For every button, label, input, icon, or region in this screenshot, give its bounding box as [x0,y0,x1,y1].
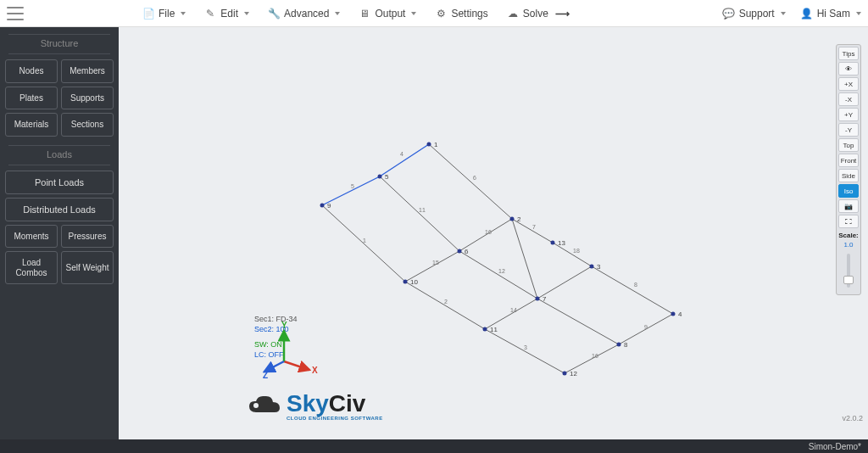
moments-button[interactable]: Moments [5,225,58,249]
user-icon: 👤 [801,8,813,20]
view-minus-y[interactable]: -Y [838,123,859,137]
screenshot-button[interactable]: 📷 [838,199,859,213]
right-tool-panel: Tips 👁 +X -X +Y -Y Top Front Side Iso 📷 … [836,44,861,295]
solve-button[interactable]: ☁Solve⟶ [507,8,570,20]
svg-text:13: 13 [558,239,565,247]
svg-text:X: X [312,366,318,375]
monitor-icon: 🖥 [359,8,370,20]
tips-button[interactable]: Tips [838,47,859,60]
advanced-menu[interactable]: 🔧Advanced [268,8,340,20]
svg-line-23 [322,205,405,282]
user-menu[interactable]: 👤Hi Sam [801,8,861,20]
svg-text:11: 11 [490,326,498,333]
svg-text:11: 11 [419,207,426,213]
distributed-loads-button[interactable]: Distributed Loads [5,198,114,221]
svg-point-47 [536,297,540,301]
svg-point-51 [320,204,325,208]
svg-text:1: 1 [363,238,366,243]
view-plus-x[interactable]: +X [838,77,859,91]
svg-text:15: 15 [432,260,439,266]
svg-text:9: 9 [644,324,648,330]
view-iso[interactable]: Iso [838,184,859,198]
support-menu[interactable]: 💬Support [723,8,786,20]
nodes-button[interactable]: Nodes [5,59,58,83]
load-combos-button[interactable]: Load Combos [5,251,58,284]
left-panel: Structure Nodes Members Plates Supports … [0,27,119,439]
svg-point-67 [253,403,259,408]
svg-line-19 [537,266,592,299]
view-plus-y[interactable]: +Y [838,108,859,121]
view-side[interactable]: Side [838,169,859,182]
svg-point-45 [458,249,462,254]
svg-text:3: 3 [597,263,601,271]
cloud-icon: ☁ [507,8,519,20]
members-button[interactable]: Members [61,59,114,83]
structure-title: Structure [8,35,110,54]
svg-line-2 [380,144,429,176]
pressures-button[interactable]: Pressures [61,225,114,249]
svg-line-33 [565,344,619,373]
status-bar: Simon-Demo* [0,439,868,453]
edit-menu[interactable]: ✎Edit [204,8,249,20]
svg-text:5: 5 [385,173,389,181]
view-minus-x[interactable]: -X [838,92,859,106]
hamburger-menu[interactable] [7,7,24,20]
svg-line-14 [459,219,512,251]
svg-text:2: 2 [517,215,521,223]
svg-text:18: 18 [573,248,580,254]
output-menu[interactable]: 🖥Output [359,8,416,20]
chat-icon: 💬 [723,8,735,20]
svg-line-12 [380,176,459,251]
wrench-icon: 🔧 [268,8,280,20]
point-loads-button[interactable]: Point Loads [5,171,114,194]
svg-line-0 [322,176,380,205]
axis-gizmo: X Y Z [263,321,322,380]
view-top[interactable]: Top [838,138,859,152]
svg-point-57 [563,372,567,376]
materials-button[interactable]: Materials [5,113,58,137]
fullscreen-icon: ⛶ [845,218,852,226]
svg-point-41 [671,312,676,316]
svg-line-61 [284,361,309,370]
edit-icon: ✎ [204,8,216,20]
svg-text:12: 12 [498,268,505,274]
svg-text:5: 5 [351,183,354,189]
model-canvas[interactable]: 5467188111612911521431612345678910111213… [119,27,868,439]
view-front[interactable]: Front [838,154,859,167]
svg-text:6: 6 [473,175,476,181]
svg-text:Z: Z [263,371,268,380]
settings-menu[interactable]: ⚙Settings [435,8,487,20]
camera-icon: 📷 [844,203,853,210]
svg-point-53 [403,280,408,284]
skyciv-logo: SkyCiv CLOUD ENGINEERING SOFTWARE [248,392,383,421]
model-svg: 5467188111612911521431612345678910111213 [119,27,868,439]
self-weight-button[interactable]: Self Weight [61,251,114,284]
sections-button[interactable]: Sections [61,113,114,137]
svg-text:4: 4 [400,151,403,157]
plates-button[interactable]: Plates [5,87,58,110]
svg-text:10: 10 [410,278,418,286]
top-toolbar: 📄File ✎Edit 🔧Advanced 🖥Output ⚙Settings … [0,0,868,27]
supports-button[interactable]: Supports [61,87,114,110]
svg-line-31 [485,329,565,373]
svg-line-4 [429,144,512,219]
svg-point-37 [510,217,515,221]
visibility-button[interactable]: 👁 [838,62,859,76]
eye-icon: 👁 [845,65,852,73]
cloud-logo-icon [248,394,281,419]
svg-text:7: 7 [542,295,547,303]
svg-text:12: 12 [570,370,577,378]
svg-line-16 [512,219,537,299]
status-file: Simon-Demo* [809,442,861,451]
loads-title: Loads [8,146,110,165]
svg-text:Y: Y [281,321,287,330]
svg-text:1: 1 [434,141,438,148]
scale-label: Scale: [838,232,859,239]
svg-text:14: 14 [510,307,517,313]
svg-text:16: 16 [592,353,598,359]
arrow-right-icon: ⟶ [555,8,570,20]
svg-line-29 [485,299,537,329]
scale-slider[interactable] [847,254,850,288]
fullscreen-button[interactable]: ⛶ [838,215,859,228]
file-menu[interactable]: 📄File [142,8,186,20]
